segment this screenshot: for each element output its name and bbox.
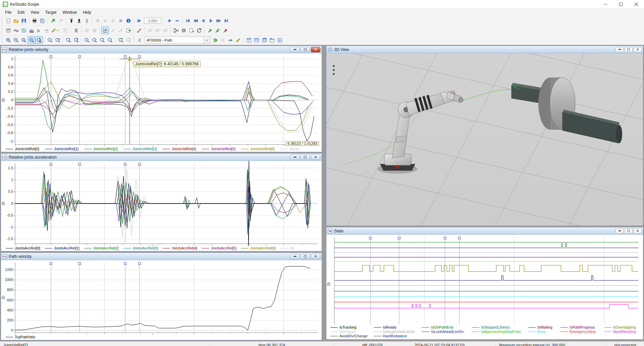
pin-signal-button[interactable] (206, 26, 214, 34)
window-close-button[interactable] (629, 0, 644, 8)
download-button[interactable] (75, 17, 83, 24)
legend-item[interactable]: IsApproachingStopPoint (472, 330, 528, 334)
zoom-1to1-button[interactable]: 1 (20, 36, 28, 44)
legend-item[interactable]: IsStopped(Joints) (472, 325, 528, 329)
data-table-button[interactable] (4, 26, 12, 34)
cursor-flag-marker[interactable] (138, 56, 141, 58)
goto-signal-button[interactable] (226, 36, 234, 44)
open-file-button[interactable] (12, 17, 20, 24)
panel-minimize-button[interactable] (290, 155, 300, 160)
trigger-settings-button[interactable] (72, 26, 80, 34)
legend-item[interactable]: AvoidOvrChange (330, 334, 374, 338)
panel-restore-button[interactable] (625, 228, 633, 233)
nav-next-button[interactable] (207, 17, 215, 24)
cursor-flag-marker[interactable] (138, 263, 141, 265)
cursor-flag-marker[interactable] (124, 56, 126, 58)
chart-view-button[interactable] (12, 26, 20, 34)
upload-button[interactable] (67, 17, 75, 24)
zoom-out-button[interactable] (12, 36, 20, 44)
menu-file[interactable]: File (2, 9, 14, 15)
legend-item[interactable]: IsSingleJointLimOn (374, 330, 422, 334)
axis-lock-icon[interactable] (151, 334, 154, 335)
nav-prev-button[interactable] (199, 17, 207, 24)
path-velocity-chart-plot[interactable]: 020040060080010001200005.000[s]10.000[s]… (1, 260, 322, 335)
panel-restore-button[interactable] (301, 47, 310, 52)
cursor-flag-marker[interactable] (124, 163, 126, 166)
cursor-flag-marker[interactable] (78, 56, 81, 58)
refresh-button[interactable] (195, 26, 203, 34)
cursor-flag-marker[interactable] (50, 56, 52, 58)
signal-selector-value[interactable]: AT00006 - Path (144, 37, 204, 44)
pan-up-button[interactable]: ↑ (98, 36, 106, 44)
3d-viewport[interactable] (326, 53, 643, 226)
zoom-y-out-button[interactable]: ↥ (72, 36, 80, 44)
menu-edit[interactable]: Edit (14, 9, 28, 15)
legend-item[interactable]: IsReady (374, 325, 422, 329)
legend-item[interactable]: IsLookAheadLimOn (422, 330, 472, 334)
legend-item[interactable]: JointsAccRel[3] (123, 246, 163, 250)
legend-item[interactable]: Joints (280, 147, 320, 151)
panel-close-button[interactable]: ✕ (634, 47, 642, 52)
legend-item[interactable]: JointsAccRel[1] (45, 246, 84, 250)
legend-item[interactable]: EmergencyStop (560, 330, 604, 334)
axis-lock-icon[interactable] (2, 98, 5, 101)
axis-lock-icon[interactable] (327, 282, 330, 285)
legend-item[interactable]: JointsVelRel[6] (241, 147, 280, 151)
legend-item[interactable]: JointsVelRel[5] (202, 147, 241, 151)
state-chart-plot[interactable]: 005.000[s]10.000[s]15.000[s] (326, 235, 643, 325)
panel-titlebar[interactable]: Relative joints acceleration ✕ (1, 154, 322, 161)
save-button[interactable] (20, 17, 28, 24)
tile-horizontal-button[interactable] (245, 36, 253, 44)
menu-help[interactable]: Help (80, 9, 94, 15)
x-axis-toggle-button[interactable]: X (101, 26, 109, 34)
scope-view-button[interactable] (20, 26, 28, 34)
pan-left-button[interactable]: ← (83, 36, 91, 44)
style-brush-button[interactable] (135, 26, 143, 34)
panel-restore-button[interactable] (625, 47, 633, 52)
panel-titlebar[interactable]: Path velocity ✕ (1, 253, 322, 260)
panel-close-button[interactable]: ✕ (311, 155, 320, 160)
tab-windows-button[interactable] (268, 36, 276, 44)
nav-forward-button[interactable] (215, 17, 222, 24)
cursor-flag-marker[interactable] (124, 263, 126, 265)
cursor-flag-marker[interactable] (398, 237, 400, 239)
legend-item[interactable]: Joi (280, 246, 320, 250)
panel-minimize-button[interactable] (290, 254, 300, 259)
playback-speed-input[interactable] (144, 17, 161, 24)
add-variable-button[interactable]: +× (43, 26, 51, 34)
legend-item[interactable]: JointsVelRel[0] (6, 147, 45, 151)
export-data-button[interactable] (124, 26, 132, 34)
signal-selector-combo[interactable]: AT00006 - Path∨ (144, 37, 210, 44)
cursor-flag-marker[interactable] (369, 237, 372, 239)
velocity-chart-plot[interactable]: JointsVelRel[7]: 6.40145 / 0.999768 6.38… (1, 53, 322, 147)
legend-item[interactable]: IsPathProgress (560, 325, 604, 329)
legend-item[interactable]: IsTracking (330, 325, 374, 329)
axis-lock-icon[interactable] (151, 245, 154, 246)
pin-all-button[interactable] (214, 26, 221, 34)
add-document-button[interactable] (187, 26, 195, 34)
panel-restore-button[interactable] (301, 155, 310, 160)
panel-titlebar[interactable]: 3D View ✕ (326, 46, 643, 53)
legend-item[interactable]: JointsAccRel[2] (84, 246, 123, 250)
playback-speed-button[interactable] (135, 17, 143, 24)
legend-item[interactable]: JointsVelRel[4] (163, 147, 202, 151)
legend-item[interactable]: IsOverlapping (604, 325, 641, 329)
panel-close-button[interactable]: ✕ (634, 228, 642, 233)
legend-item[interactable]: Error (528, 330, 560, 334)
tile-vertical-button[interactable] (253, 36, 260, 44)
zoom-time-in-button[interactable] (165, 17, 173, 24)
info-button[interactable] (124, 17, 132, 24)
panel-restore-button[interactable] (301, 254, 310, 259)
chevron-down-icon[interactable]: ∨ (204, 37, 210, 44)
legend-item[interactable]: JointsAccRel[6] (241, 246, 280, 250)
menu-target[interactable]: Target (42, 9, 59, 15)
legend-item[interactable]: JointsVelRel[2] (84, 147, 123, 151)
panel-titlebar[interactable]: Relative joints velocity ✕ (1, 46, 322, 53)
cascade-windows-button[interactable] (260, 36, 268, 44)
new-file-button[interactable] (4, 17, 12, 24)
axis-lock-icon[interactable] (2, 296, 5, 299)
zoom-in-button[interactable] (4, 36, 12, 44)
panel-minimize-button[interactable] (290, 47, 300, 52)
cursor-flag-marker[interactable] (444, 237, 446, 239)
selector-next-button[interactable] (211, 36, 219, 44)
